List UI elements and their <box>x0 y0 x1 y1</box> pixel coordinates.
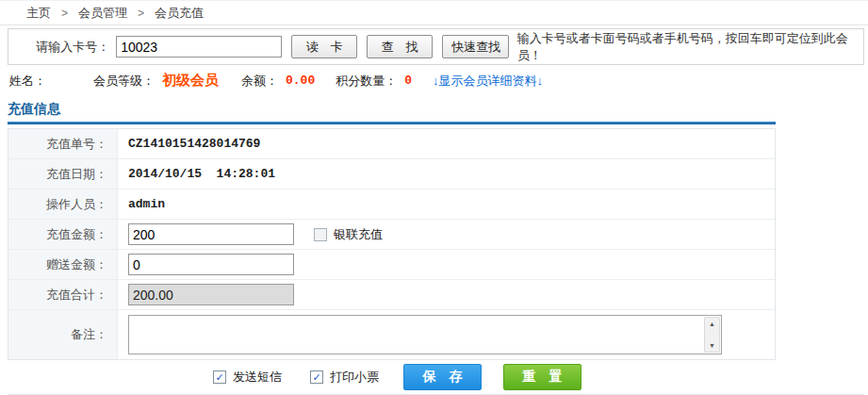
gift-amount-row: 赠送金额： <box>8 250 775 280</box>
scroll-down-icon[interactable]: ▼ <box>709 342 715 349</box>
recharge-amount-label: 充值金额： <box>8 220 118 249</box>
recharge-form: 充值单号： CZ1410151428014769 充值日期： 2014/10/1… <box>8 128 776 360</box>
recharge-amount-input[interactable] <box>128 223 294 245</box>
breadcrumb-member-management[interactable]: 会员管理 <box>78 5 127 22</box>
order-no-label: 充值单号： <box>8 129 118 158</box>
order-no-row: 充值单号： CZ1410151428014769 <box>8 129 775 159</box>
operator-row: 操作人员： admin <box>8 189 775 220</box>
print-ticket-checkbox[interactable]: ✓ <box>310 370 323 384</box>
print-ticket-label[interactable]: 打印小票 <box>330 369 379 386</box>
level-value: 初级会员 <box>162 72 219 90</box>
check-icon: ✓ <box>312 372 320 383</box>
recharge-date-value: 2014/10/15 14:28:01 <box>128 167 275 181</box>
name-label: 姓名： <box>9 73 46 90</box>
operator-label: 操作人员： <box>8 189 118 219</box>
operator-value: admin <box>128 197 165 211</box>
level-label: 会员等级： <box>93 73 155 90</box>
points-label: 积分数量： <box>336 73 397 90</box>
recharge-info-title: 充值信息 <box>8 101 868 118</box>
gift-amount-input[interactable] <box>128 254 294 275</box>
unionpay-checkbox[interactable]: ✓ <box>314 228 327 241</box>
points-value: 0 <box>404 74 412 88</box>
breadcrumb-separator: > <box>61 7 68 20</box>
balance-label: 余额： <box>241 73 278 90</box>
breadcrumb-separator: > <box>138 7 144 20</box>
action-bar: ✓ 发送短信 ✓ 打印小票 保 存 重 置 <box>8 360 864 395</box>
card-number-input[interactable] <box>116 36 282 58</box>
recharge-date-label: 充值日期： <box>8 159 118 189</box>
save-button[interactable]: 保 存 <box>403 364 482 390</box>
unionpay-label[interactable]: 银联充值 <box>334 226 383 243</box>
recharge-total-input <box>128 284 294 305</box>
quick-find-button[interactable]: 快速查找 <box>442 35 509 58</box>
breadcrumb-home[interactable]: 主页 <box>26 5 51 22</box>
textarea-scrollbar[interactable]: ▲ ▼ <box>704 317 720 353</box>
unionpay-option: ✓ 银联充值 <box>314 226 383 243</box>
recharge-amount-row: 充值金额： ✓ 银联充值 <box>8 220 775 250</box>
breadcrumb: 主页 > 会员管理 > 会员充值 <box>0 1 868 25</box>
remark-label: 备注： <box>8 310 118 359</box>
member-recharge-page: 主页 > 会员管理 > 会员充值 请输入卡号： 读 卡 查 找 快速查找 输入卡… <box>0 0 868 395</box>
gift-amount-label: 赠送金额： <box>8 250 118 279</box>
order-no-value: CZ1410151428014769 <box>128 137 260 151</box>
find-button[interactable]: 查 找 <box>367 35 433 58</box>
check-icon: ✓ <box>215 372 223 383</box>
recharge-total-row: 充值合计： <box>8 280 775 310</box>
balance-value: 0.00 <box>286 74 315 88</box>
card-number-label: 请输入卡号： <box>8 39 109 56</box>
show-member-detail-link[interactable]: ↓显示会员详细资料↓ <box>433 73 543 90</box>
remark-textarea-frame: ▲ ▼ <box>128 315 722 354</box>
send-sms-checkbox[interactable]: ✓ <box>213 370 226 384</box>
member-summary: 姓名： 会员等级： 初级会员 余额： 0.00 积分数量： 0 ↓显示会员详细资… <box>0 65 868 96</box>
reset-button[interactable]: 重 置 <box>503 364 581 390</box>
recharge-date-row: 充值日期： 2014/10/15 14:28:01 <box>8 159 775 189</box>
send-sms-label[interactable]: 发送短信 <box>233 369 282 386</box>
scroll-up-icon[interactable]: ▲ <box>709 321 715 327</box>
section-title-underline <box>8 122 776 124</box>
recharge-total-label: 充值合计： <box>8 280 118 309</box>
remark-row: 备注： ▲ ▼ <box>8 310 775 359</box>
breadcrumb-member-recharge[interactable]: 会员充值 <box>155 5 204 22</box>
card-search-hint: 输入卡号或者卡面号码或者手机号码，按回车即可定位到此会员！ <box>517 30 863 64</box>
card-search-toolbar: 请输入卡号： 读 卡 查 找 快速查找 输入卡号或者卡面号码或者手机号码，按回车… <box>8 28 864 65</box>
remark-textarea[interactable] <box>129 316 703 354</box>
read-card-button[interactable]: 读 卡 <box>291 35 357 58</box>
